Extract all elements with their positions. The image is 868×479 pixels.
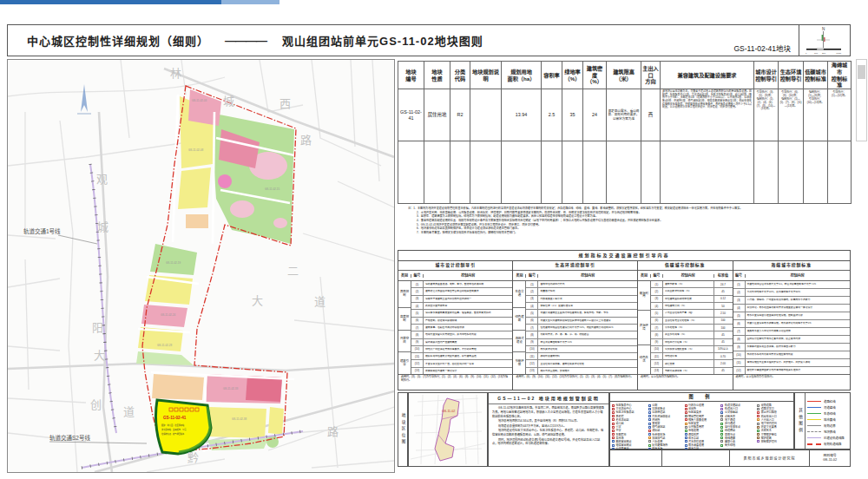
legend-glyph-icon	[648, 436, 651, 439]
description-paragraph: 地块内建设有社区文化活动中心、社区卫生服务中心、养老院、幼儿园、生鲜超市、电信营…	[492, 429, 605, 436]
top-bar	[0, 0, 279, 4]
legend-glyph-icon	[612, 411, 615, 414]
guide-row: (2)建筑退让及界面贴线率应符合本图则相关控制要求	[411, 288, 512, 295]
legend-glyph-icon	[720, 418, 723, 421]
subject-parcel-code: GS-11-02-41	[163, 416, 187, 420]
cell-density: 24	[583, 89, 607, 141]
legend-glyph-icon	[757, 440, 760, 443]
guide-row: (1)倡导绿色低碳出行方式	[526, 281, 636, 288]
standard-row: (11)海绵设施应与主体工程同步设计、同步施工、同步投入使用	[733, 359, 850, 367]
svg-text:GS-11-02-19: GS-11-02-19	[166, 261, 181, 265]
guide-row: (2)完善慢行系统	[526, 288, 636, 295]
standard-row: (1)建筑节能率（%）24.7	[651, 281, 733, 288]
legend-glyph-icon	[612, 426, 615, 429]
legend-glyph-icon	[685, 430, 687, 432]
scrollbar-thumb[interactable]	[858, 65, 865, 79]
scrollbar-track[interactable]	[856, 59, 867, 141]
standard-row: (5)人均生活垃圾日产量（kg）2.50	[651, 310, 733, 317]
line-legend-item: 道路红线	[807, 398, 848, 404]
col-header: 容积率	[542, 62, 562, 89]
table-row: GS-11-02-41 居住用地 R2 13.94 2.5 35 24 满足显山…	[398, 89, 852, 141]
svg-text:0: 0	[806, 52, 807, 55]
cell-class-code: R2	[450, 89, 470, 141]
guide-row: (7)建筑体量、色彩应与周边环境相协调	[411, 325, 512, 331]
legend-glyph-icon	[648, 423, 651, 425]
col-header: 分类 代码	[450, 62, 470, 89]
location-map-label: 地块区位图	[398, 392, 408, 467]
standard-row: (9)绿色出行分担率（%）45	[651, 339, 733, 346]
legend-glyph-icon	[720, 415, 723, 417]
legend-glyph-icon	[685, 418, 687, 421]
legend-glyph-icon	[720, 423, 723, 425]
line-swatch	[807, 425, 821, 426]
guide-row: (11)使用环保建筑材料	[526, 353, 636, 360]
standard-row: (5)雨水口宜设置截污挂篮等预处理设施，控制面源污染	[733, 312, 850, 320]
group-note: 选用时，(3)、(5)、(7)为引导执行；(1)、(2)、(4)、(6)、(8)…	[398, 374, 512, 390]
group-note: 选用时，以上指标均为强制执行。	[638, 374, 733, 390]
standard-row: (6)新建小区宜设置雨水调蓄设施，雨水资源化利用率不低于5%	[733, 320, 850, 328]
legend-glyph-icon	[720, 408, 723, 410]
col-header: 地块 性质	[424, 62, 450, 89]
svg-text:GS-11-02-24: GS-11-02-24	[161, 313, 175, 317]
col-header: 生态环境 控制导引	[779, 62, 804, 89]
rail2-label: 轨道交通S2号线	[49, 434, 90, 442]
svg-text:GS-11-02-08: GS-11-02-08	[188, 148, 203, 152]
svg-text:200: 200	[822, 52, 826, 55]
col-header: 兼容建筑及配建设施要求	[661, 62, 754, 89]
guide-row: (4)街角空间宜开敞布置	[411, 303, 512, 310]
control-guidance-section: 规划指标及交通设施控制引导内容 城市设计控制导引 类别 编号 控制内容 界面控制…	[398, 250, 851, 390]
description-paragraph: 规划建设总量控制为447万平方米，容纳人口13.9万人。	[492, 424, 605, 429]
legend-glyph-icon	[685, 440, 687, 443]
col-header: 地块 编号	[398, 62, 424, 89]
line-swatch	[807, 431, 821, 432]
group-note: 选用时，(6)、(9)、(10)、(11)、(12)、(13)为引导执行；(1)…	[513, 374, 636, 390]
legend-glyph-icon	[720, 436, 723, 439]
category-cell: 绿色生活	[638, 345, 650, 374]
guide-row: (3)沿城市干道建筑立面与屋顶形式应协调统一	[411, 296, 512, 303]
standard-row: (3)单位建筑面积碳排放强度0.12	[651, 296, 733, 303]
legend-glyph-icon	[757, 415, 760, 417]
rail1-label: 轨道交通1号线	[23, 227, 61, 235]
sponge-city-group: 海绵城市控制标准 编号 控制内容 (1)新建地块综合径流系数不大于0.5，年径流…	[733, 261, 850, 390]
legend-glyph-icon	[757, 430, 760, 432]
legend-glyph-icon	[757, 418, 760, 421]
guide-row: (13)噪声与扬尘控制，文明施工	[526, 368, 636, 374]
col-header: 海绵城市 控制标准	[828, 62, 852, 89]
table-header-row: 地块 编号 地块 性质 分类 代码 地块规划说明 规划用地 面积（ha） 容积率…	[398, 62, 852, 89]
standard-row: (11)绿地达标率0.70	[651, 353, 733, 360]
legend-item: 控制保护范围	[756, 440, 792, 443]
svg-text:林: 林	[170, 67, 181, 80]
legend-glyph-icon	[720, 430, 723, 432]
guide-row: (1)沿街建筑界面宜连续、完整、有序，塑造特色街道风貌	[411, 281, 512, 288]
parcel-tag: GS-11-02-41地块	[733, 43, 791, 53]
legend-glyph-icon	[720, 444, 723, 447]
col-header: 建筑限高 （米）	[607, 62, 641, 89]
svg-text:城: 城	[97, 220, 108, 233]
svg-text:路: 路	[327, 425, 339, 438]
guide-row: (12)生活垃圾分类收集，建筑垃圾资源化处理	[526, 360, 636, 367]
guide-row: (13)夜景照明应与建筑一体化设计	[411, 368, 512, 374]
cell-parcel-code: GS-11-02-41	[398, 89, 424, 141]
plan-title-right: 观山组团站前单元GS-11-02地块图则	[282, 32, 483, 49]
location-map-svg: GS-11-02	[409, 393, 487, 466]
cell-area: 13.94	[502, 89, 542, 141]
line-swatch	[807, 443, 821, 445]
line-legend-item: 生态绿线	[807, 410, 848, 417]
legend-glyph-icon	[648, 411, 651, 414]
category-cell: 界面控制	[398, 281, 411, 308]
title-block-strip: 贵阳市城乡规划设计研究院 图则编号 GS-11-02	[609, 449, 851, 467]
guide-row: (4)停车位按（1:1）配建标准设置	[526, 303, 636, 310]
legend-glyph-icon	[685, 436, 687, 439]
cell-sponge-std: 引导执行： (1)—(12)项。	[828, 89, 852, 141]
legend-glyph-icon	[648, 415, 651, 417]
legend-glyph-icon	[720, 440, 723, 443]
parcel-description-panel: GS—11—02 地块用地规划管制说明 GS-11-02地块北靠林城东路，东至同…	[488, 392, 609, 467]
svg-text:城: 城	[223, 95, 234, 108]
cell-eco-guide: 引导执行：(6)、(9)、(10)项； 强制执行：(1)—(5)、(7)、(8)…	[779, 89, 804, 141]
cell-far: 2.5	[542, 89, 562, 141]
standard-row: (2)可再生能源利用率（%）45	[651, 288, 733, 295]
svg-text:阳: 阳	[92, 321, 103, 334]
col-header: 规划用地 面积（ha）	[502, 62, 542, 89]
guide-row: (5)新建民用建筑应全面执行绿色建筑标准，实现节地、节能、节水	[526, 310, 636, 317]
legend-glyph-icon	[757, 433, 760, 436]
